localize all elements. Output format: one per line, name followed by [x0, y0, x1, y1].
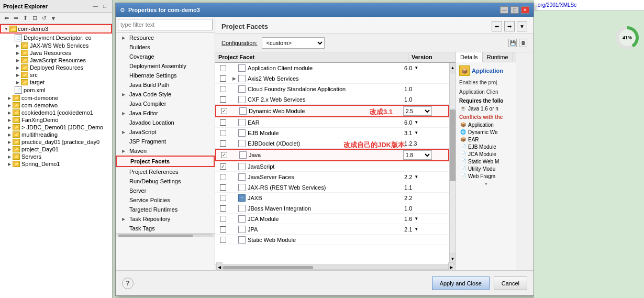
tree-item-servers[interactable]: ▶ 📁 Servers [0, 153, 112, 160]
nav-java-editor[interactable]: ▶ Java Editor [116, 108, 215, 118]
tree-item-src[interactable]: ▶ 📁 src [0, 71, 112, 79]
cb-cloud-foundry[interactable] [215, 86, 231, 92]
cb-jsf[interactable] [215, 174, 231, 180]
back-icon[interactable]: ⬅ [2, 14, 10, 23]
tree-item-java-resources[interactable]: ▶ 📁 Java Resources [0, 49, 112, 57]
facet-row-ear[interactable]: EAR 6.0▼ [215, 117, 449, 128]
nav-resource[interactable]: ▶ Resource [116, 33, 215, 42]
tree-item-deployment-desc[interactable]: 📄 Deployment Descriptor: co [0, 34, 112, 42]
facet-row-ejbdoclet[interactable]: EJBDoclet (XDoclet) 1.2.3 [215, 138, 449, 149]
tree-item-jdbc[interactable]: ▶ 📁 > JDBC_Demo01 [JDBC_Demo [0, 124, 112, 131]
facet-row-static-web[interactable]: Static Web Module [215, 235, 449, 245]
up-icon[interactable]: ⬆ [21, 14, 29, 23]
facet-version-dynamic-web[interactable]: 2.5 3.0 3.1 [401, 106, 448, 116]
cb-cxf[interactable] [215, 96, 231, 103]
facet-row-jax-rs[interactable]: JAX-RS (REST Web Services) 1.1 [215, 182, 449, 193]
nav-deployment-assembly[interactable]: Deployment Assembly [116, 61, 215, 71]
nav-jsp-fragment[interactable]: JSP Fragment [116, 137, 215, 146]
cancel-button[interactable]: Cancel [494, 277, 527, 290]
minimize-explorer-icon[interactable]: — [91, 2, 99, 10]
facet-row-javascript[interactable]: JavaScript [215, 161, 449, 172]
tree-item-fanxing[interactable]: ▶ 📁 FanXingDemo [0, 116, 112, 124]
facet-row-dynamic-web[interactable]: Dynamic Web Module 2.5 3.0 3.1 [215, 105, 449, 117]
cb-ejb-module[interactable] [215, 130, 231, 136]
dynamic-web-version-select[interactable]: 2.5 3.0 3.1 [403, 106, 432, 116]
tree-item-deployed-res[interactable]: ▶ 📁 Deployed Resources [0, 64, 112, 71]
facet-horizontal-scrollbar[interactable]: ◀ ▶ [215, 264, 456, 270]
tree-item-pom[interactable]: 📄 pom.xml [0, 86, 112, 94]
tab-runtime[interactable]: Runtime [483, 52, 513, 62]
config-save-icon[interactable]: 💾 [508, 39, 517, 47]
facet-row-jca[interactable]: JCA Module 1.6▼ [215, 214, 449, 224]
collapse-icon[interactable]: ⊟ [30, 14, 39, 23]
nav-project-references[interactable]: Project References [116, 167, 215, 176]
java-version-select[interactable]: 1.6 1.7 1.8 [403, 150, 432, 160]
cb-jboss-maven[interactable] [215, 205, 231, 212]
nav-back-btn[interactable]: ⬅ [492, 21, 502, 31]
nav-java-compiler[interactable]: Java Compiler [116, 99, 215, 108]
dialog-restore-btn[interactable]: □ [510, 6, 519, 14]
nav-coverage[interactable]: Coverage [116, 52, 215, 61]
facet-row-jpa[interactable]: JPA 2.1▼ [215, 224, 449, 235]
sync-icon[interactable]: ↺ [40, 14, 48, 23]
cb-dynamic-web[interactable] [216, 108, 232, 114]
cb-jca[interactable] [215, 216, 231, 222]
cb-javascript[interactable] [215, 163, 231, 170]
cb-ear[interactable] [215, 119, 231, 126]
nav-project-facets[interactable]: Project Facets [116, 156, 215, 167]
nav-run-debug[interactable]: Run/Debug Settings [116, 176, 215, 186]
menu-icon[interactable]: ▼ [49, 14, 58, 23]
nav-task-tags[interactable]: Task Tags [116, 224, 215, 233]
filter-input[interactable] [118, 19, 213, 30]
tree-item-js-resources[interactable]: ▶ 📁 JavaScript Resources [0, 57, 112, 64]
cb-jaxb[interactable] [215, 195, 231, 201]
nav-hibernate[interactable]: Hibernate Settings [116, 71, 215, 80]
tree-item-com-demotwo[interactable]: ▶ 📁 com-demotwo [0, 102, 112, 109]
nav-targeted-runtimes[interactable]: Targeted Runtimes [116, 205, 215, 214]
cb-ejbdoclet[interactable] [215, 140, 231, 147]
tab-details[interactable]: Details [456, 52, 483, 62]
tree-item-practice[interactable]: ▶ 📁 practice_day01 [practice_day0 [0, 138, 112, 146]
tree-item-target[interactable]: ▶ 📁 target [0, 79, 112, 86]
facet-vertical-scrollbar[interactable]: ▲ ▼ [449, 63, 456, 264]
maximize-explorer-icon[interactable]: □ [101, 2, 109, 10]
nav-java-build-path[interactable]: Java Build Path [116, 80, 215, 90]
tree-item-cookiedemo[interactable]: ▶ 📁 cookiedemo1 [cookiedemo1 [0, 109, 112, 116]
nav-javadoc[interactable]: Javadoc Location [116, 118, 215, 127]
facet-row-cxf[interactable]: CXF 2.x Web Services 1.0 [215, 94, 449, 105]
cb-java[interactable] [216, 152, 232, 158]
forward-icon[interactable]: ➡ [12, 14, 20, 23]
tree-root[interactable]: ▼ 📁 com-demo3 [0, 24, 112, 34]
facet-row-app-client[interactable]: Application Client module 6.0▼ [215, 63, 449, 73]
facet-row-axis2[interactable]: ▶ Axis2 Web Services [215, 73, 449, 84]
facet-row-jsf[interactable]: JavaServer Faces 2.2▼ [215, 172, 449, 182]
h-scrollbar-track[interactable] [223, 266, 448, 270]
nav-builders[interactable]: Builders [116, 42, 215, 52]
cb-static-web[interactable] [215, 237, 231, 243]
nav-javascript[interactable]: ▶ JavaScript [116, 127, 215, 137]
facet-row-cloud-foundry[interactable]: Cloud Foundry Standalone Application 1.0 [215, 84, 449, 94]
cb-jax-rs[interactable] [215, 184, 231, 191]
facet-row-jaxb[interactable]: ↔ JAXB 2.2 [215, 193, 449, 203]
help-button[interactable]: ? [122, 278, 134, 289]
tree-item-multithreading[interactable]: ▶ 📁 multithreading [0, 131, 112, 138]
nav-service-policies[interactable]: Service Policies [116, 195, 215, 205]
apply-close-button[interactable]: Apply and Close [432, 277, 490, 290]
cb-app-client[interactable] [215, 65, 231, 71]
nav-maven[interactable]: ▶ Maven [116, 146, 215, 156]
facet-row-jboss-maven[interactable]: JBoss Maven Integration 1.0 [215, 203, 449, 214]
nav-scrollbar[interactable] [116, 233, 215, 237]
config-select[interactable]: <custom> [262, 37, 325, 49]
dialog-minimize-btn[interactable]: — [500, 6, 508, 14]
nav-java-code-style[interactable]: ▶ Java Code Style [116, 90, 215, 99]
nav-scroll-area[interactable]: ▶ Resource Builders Coverage Deployment … [116, 33, 215, 233]
nav-forward-btn[interactable]: ➡ [504, 21, 515, 31]
tree-item-jax-ws[interactable]: ▶ 📁 JAX-WS Web Services [0, 42, 112, 49]
nav-task-repository[interactable]: ▶ Task Repository [116, 214, 215, 224]
tree-item-com-demoone[interactable]: ▶ 📁 com-demoone [0, 94, 112, 102]
cb-jpa[interactable] [215, 226, 231, 233]
facet-row-java[interactable]: Java 1.6 1.7 1.8 [215, 149, 449, 161]
nav-menu-btn[interactable]: ▼ [517, 21, 527, 31]
tree-item-project-day01[interactable]: ▶ 📁 project_Day01 [0, 146, 112, 153]
facet-row-ejb-module[interactable]: EJB Module 3.1▼ [215, 128, 449, 138]
